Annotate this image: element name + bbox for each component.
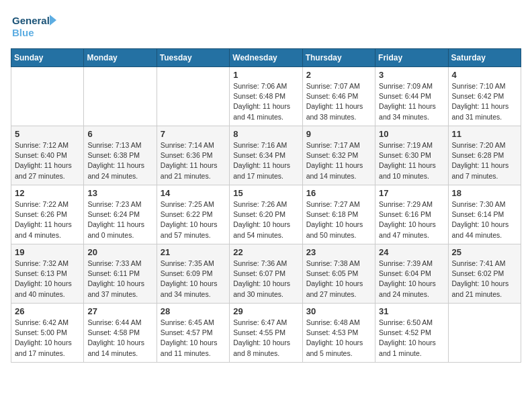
day-number: 2 <box>306 70 371 80</box>
day-info: Sunrise: 7:33 AM Sunset: 6:11 PM Dayligh… <box>87 259 152 300</box>
calendar-cell: 16Sunrise: 7:27 AM Sunset: 6:18 PM Dayli… <box>302 185 375 244</box>
calendar-cell: 18Sunrise: 7:30 AM Sunset: 6:14 PM Dayli… <box>448 185 521 244</box>
day-info: Sunrise: 7:12 AM Sunset: 6:40 PM Dayligh… <box>15 140 80 181</box>
day-number: 15 <box>233 188 298 198</box>
logo: General Blue <box>11 11 58 40</box>
day-number: 16 <box>306 188 371 198</box>
svg-marker-2 <box>50 15 56 26</box>
calendar-cell: 24Sunrise: 7:39 AM Sunset: 6:04 PM Dayli… <box>375 244 448 304</box>
day-info: Sunrise: 7:10 AM Sunset: 6:42 PM Dayligh… <box>452 81 517 122</box>
day-number: 12 <box>15 188 80 198</box>
day-number: 30 <box>306 306 371 316</box>
day-number: 14 <box>161 188 226 198</box>
day-info: Sunrise: 7:09 AM Sunset: 6:44 PM Dayligh… <box>379 81 444 122</box>
day-number: 1 <box>233 70 298 80</box>
col-header-saturday: Saturday <box>448 49 521 67</box>
col-header-tuesday: Tuesday <box>157 49 229 67</box>
day-info: Sunrise: 6:45 AM Sunset: 4:57 PM Dayligh… <box>161 318 226 359</box>
calendar-cell: 4Sunrise: 7:10 AM Sunset: 6:42 PM Daylig… <box>448 67 521 126</box>
day-info: Sunrise: 6:48 AM Sunset: 4:53 PM Dayligh… <box>306 318 371 359</box>
day-number: 20 <box>87 247 152 257</box>
day-info: Sunrise: 7:38 AM Sunset: 6:05 PM Dayligh… <box>306 259 371 300</box>
day-info: Sunrise: 7:27 AM Sunset: 6:18 PM Dayligh… <box>306 199 371 240</box>
day-number: 22 <box>233 247 298 257</box>
col-header-sunday: Sunday <box>11 49 84 67</box>
calendar-cell: 20Sunrise: 7:33 AM Sunset: 6:11 PM Dayli… <box>84 244 157 304</box>
day-number: 25 <box>452 247 517 257</box>
day-number: 24 <box>379 247 444 257</box>
calendar-cell: 14Sunrise: 7:25 AM Sunset: 6:22 PM Dayli… <box>157 185 229 244</box>
calendar-cell: 9Sunrise: 7:17 AM Sunset: 6:32 PM Daylig… <box>302 126 375 185</box>
svg-text:General: General <box>12 15 50 26</box>
calendar-cell: 8Sunrise: 7:16 AM Sunset: 6:34 PM Daylig… <box>230 126 302 185</box>
day-info: Sunrise: 6:47 AM Sunset: 4:55 PM Dayligh… <box>233 318 298 359</box>
day-number: 11 <box>452 129 517 139</box>
calendar-cell: 15Sunrise: 7:26 AM Sunset: 6:20 PM Dayli… <box>230 185 302 244</box>
day-info: Sunrise: 7:41 AM Sunset: 6:02 PM Dayligh… <box>452 259 517 300</box>
calendar-cell <box>84 67 157 126</box>
col-header-thursday: Thursday <box>302 49 375 67</box>
calendar-cell: 30Sunrise: 6:48 AM Sunset: 4:53 PM Dayli… <box>302 304 375 363</box>
day-number: 4 <box>452 70 517 80</box>
day-info: Sunrise: 7:17 AM Sunset: 6:32 PM Dayligh… <box>306 140 371 181</box>
calendar-cell <box>157 67 229 126</box>
day-info: Sunrise: 7:16 AM Sunset: 6:34 PM Dayligh… <box>233 140 298 181</box>
day-info: Sunrise: 7:29 AM Sunset: 6:16 PM Dayligh… <box>379 199 444 240</box>
day-number: 6 <box>87 129 152 139</box>
day-info: Sunrise: 7:20 AM Sunset: 6:28 PM Dayligh… <box>452 140 517 181</box>
page-header: General Blue <box>11 11 521 40</box>
day-number: 18 <box>452 188 517 198</box>
calendar-cell: 7Sunrise: 7:14 AM Sunset: 6:36 PM Daylig… <box>157 126 229 185</box>
calendar-cell: 5Sunrise: 7:12 AM Sunset: 6:40 PM Daylig… <box>11 126 84 185</box>
calendar-cell: 13Sunrise: 7:23 AM Sunset: 6:24 PM Dayli… <box>84 185 157 244</box>
calendar-cell <box>11 67 84 126</box>
calendar-cell: 19Sunrise: 7:32 AM Sunset: 6:13 PM Dayli… <box>11 244 84 304</box>
calendar-cell <box>448 304 521 363</box>
calendar-cell: 6Sunrise: 7:13 AM Sunset: 6:38 PM Daylig… <box>84 126 157 185</box>
day-number: 26 <box>15 306 80 316</box>
day-number: 17 <box>379 188 444 198</box>
calendar-cell: 21Sunrise: 7:35 AM Sunset: 6:09 PM Dayli… <box>157 244 229 304</box>
day-info: Sunrise: 6:50 AM Sunset: 4:52 PM Dayligh… <box>379 318 444 359</box>
day-info: Sunrise: 7:23 AM Sunset: 6:24 PM Dayligh… <box>87 199 152 240</box>
calendar-cell: 29Sunrise: 6:47 AM Sunset: 4:55 PM Dayli… <box>230 304 302 363</box>
day-info: Sunrise: 7:35 AM Sunset: 6:09 PM Dayligh… <box>161 259 226 300</box>
calendar-cell: 2Sunrise: 7:07 AM Sunset: 6:46 PM Daylig… <box>302 67 375 126</box>
day-info: Sunrise: 7:26 AM Sunset: 6:20 PM Dayligh… <box>233 199 298 240</box>
day-info: Sunrise: 7:07 AM Sunset: 6:46 PM Dayligh… <box>306 81 371 122</box>
day-number: 19 <box>15 247 80 257</box>
day-number: 8 <box>233 129 298 139</box>
day-number: 31 <box>379 306 444 316</box>
calendar-cell: 28Sunrise: 6:45 AM Sunset: 4:57 PM Dayli… <box>157 304 229 363</box>
logo-svg: General Blue <box>11 11 58 40</box>
day-info: Sunrise: 7:39 AM Sunset: 6:04 PM Dayligh… <box>379 259 444 300</box>
day-info: Sunrise: 7:30 AM Sunset: 6:14 PM Dayligh… <box>452 199 517 240</box>
day-number: 3 <box>379 70 444 80</box>
calendar-cell: 3Sunrise: 7:09 AM Sunset: 6:44 PM Daylig… <box>375 67 448 126</box>
col-header-friday: Friday <box>375 49 448 67</box>
day-number: 7 <box>161 129 226 139</box>
day-info: Sunrise: 7:32 AM Sunset: 6:13 PM Dayligh… <box>15 259 80 300</box>
calendar-cell: 23Sunrise: 7:38 AM Sunset: 6:05 PM Dayli… <box>302 244 375 304</box>
day-number: 23 <box>306 247 371 257</box>
day-info: Sunrise: 6:44 AM Sunset: 4:58 PM Dayligh… <box>87 318 152 359</box>
calendar-cell: 31Sunrise: 6:50 AM Sunset: 4:52 PM Dayli… <box>375 304 448 363</box>
day-info: Sunrise: 6:42 AM Sunset: 5:00 PM Dayligh… <box>15 318 80 359</box>
day-number: 27 <box>87 306 152 316</box>
day-info: Sunrise: 7:13 AM Sunset: 6:38 PM Dayligh… <box>87 140 152 181</box>
calendar-cell: 27Sunrise: 6:44 AM Sunset: 4:58 PM Dayli… <box>84 304 157 363</box>
day-number: 28 <box>161 306 226 316</box>
day-info: Sunrise: 7:14 AM Sunset: 6:36 PM Dayligh… <box>161 140 226 181</box>
day-number: 13 <box>87 188 152 198</box>
day-number: 21 <box>161 247 226 257</box>
day-info: Sunrise: 7:22 AM Sunset: 6:26 PM Dayligh… <box>15 199 80 240</box>
day-number: 29 <box>233 306 298 316</box>
calendar-cell: 17Sunrise: 7:29 AM Sunset: 6:16 PM Dayli… <box>375 185 448 244</box>
calendar-cell: 10Sunrise: 7:19 AM Sunset: 6:30 PM Dayli… <box>375 126 448 185</box>
calendar-cell: 1Sunrise: 7:06 AM Sunset: 6:48 PM Daylig… <box>230 67 302 126</box>
day-info: Sunrise: 7:25 AM Sunset: 6:22 PM Dayligh… <box>161 199 226 240</box>
day-number: 9 <box>306 129 371 139</box>
calendar-cell: 22Sunrise: 7:36 AM Sunset: 6:07 PM Dayli… <box>230 244 302 304</box>
day-info: Sunrise: 7:36 AM Sunset: 6:07 PM Dayligh… <box>233 259 298 300</box>
calendar-table: SundayMondayTuesdayWednesdayThursdayFrid… <box>11 48 521 363</box>
